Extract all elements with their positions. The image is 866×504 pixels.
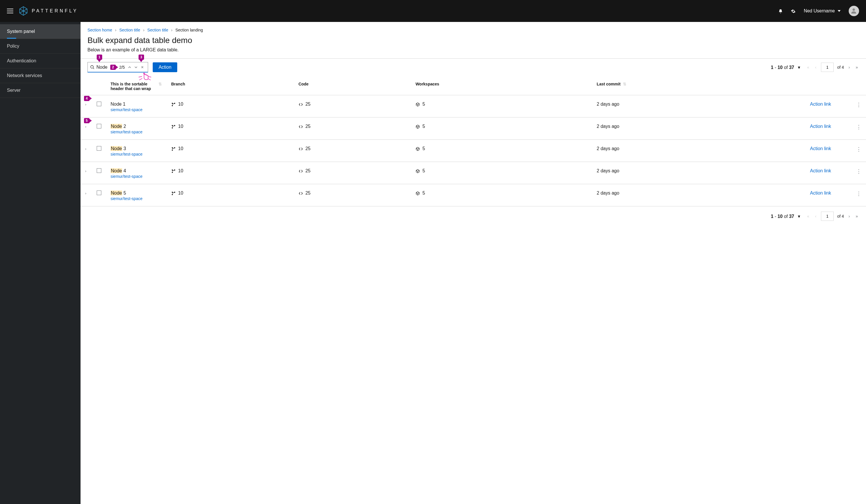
app-header: PATTERNFLY Ned Username bbox=[0, 0, 866, 22]
workspaces-value: 5 bbox=[422, 124, 425, 129]
first-page-button[interactable]: « bbox=[806, 64, 811, 71]
chevron-right-icon: › bbox=[115, 28, 116, 32]
page-description: Below is an example of a LARGE data tabl… bbox=[80, 47, 866, 58]
sidebar-item-policy[interactable]: Policy bbox=[0, 39, 80, 54]
brand-logo[interactable]: PATTERNFLY bbox=[19, 6, 78, 16]
prev-page-button[interactable]: ‹ bbox=[814, 213, 818, 220]
kebab-menu-icon[interactable]: ⋮ bbox=[856, 146, 862, 152]
row-action-link[interactable]: Action link bbox=[810, 102, 831, 107]
row-checkbox[interactable] bbox=[97, 102, 101, 106]
footer-pagination: 1 - 10 of 37 ▾ « ‹ of 4 › » bbox=[80, 206, 866, 226]
next-page-button[interactable]: › bbox=[847, 64, 851, 71]
branch-value: 10 bbox=[178, 168, 183, 173]
col-name-header[interactable]: This is the sortable header that can wra… bbox=[111, 82, 156, 91]
expand-row-button[interactable]: › bbox=[85, 125, 86, 129]
sidebar-item-network-services[interactable]: Network services bbox=[0, 68, 80, 83]
row-checkbox[interactable] bbox=[97, 168, 101, 173]
col-workspaces-header[interactable]: Workspaces bbox=[411, 78, 592, 95]
last-commit-value: 2 days ago bbox=[592, 140, 806, 162]
search-prev-button[interactable] bbox=[126, 64, 133, 70]
row-sublink[interactable]: siemur/test-space bbox=[111, 196, 162, 201]
table-row: › 4 Node 1siemur/test-space 10 25 5 2 da… bbox=[80, 95, 866, 117]
code-value: 25 bbox=[306, 168, 311, 173]
row-action-link[interactable]: Action link bbox=[810, 168, 831, 173]
expand-row-button[interactable]: › bbox=[85, 102, 86, 107]
col-last-commit-header[interactable]: Last commit bbox=[597, 82, 620, 86]
user-name: Ned Username bbox=[804, 8, 835, 13]
next-page-button[interactable]: › bbox=[847, 213, 851, 220]
search-clear-button[interactable]: ✕ bbox=[139, 64, 145, 70]
sort-icon[interactable]: ⇅ bbox=[158, 82, 162, 86]
cube-icon bbox=[415, 169, 420, 173]
annotation-3: 3 bbox=[138, 55, 144, 60]
prev-page-button[interactable]: ‹ bbox=[814, 64, 818, 71]
row-name: Node 2 bbox=[111, 124, 162, 129]
breadcrumb-current: Section landing bbox=[175, 28, 203, 32]
row-sublink[interactable]: siemur/test-space bbox=[111, 130, 162, 134]
row-checkbox[interactable] bbox=[97, 191, 101, 195]
search-input[interactable]: Node 2 2/5 ✕ bbox=[88, 62, 148, 72]
logo-mark-icon bbox=[19, 6, 28, 16]
hamburger-menu-icon[interactable] bbox=[7, 9, 13, 13]
row-action-link[interactable]: Action link bbox=[810, 146, 831, 151]
last-page-button[interactable]: » bbox=[854, 213, 859, 220]
branch-value: 10 bbox=[178, 124, 183, 129]
kebab-menu-icon[interactable]: ⋮ bbox=[856, 191, 862, 197]
annotation-2: 2 bbox=[110, 65, 116, 70]
sidebar-item-authentication[interactable]: Authentication bbox=[0, 54, 80, 68]
pagination-nav: « ‹ of 4 › » bbox=[806, 63, 859, 72]
sidebar-item-system-panel[interactable]: System panel bbox=[0, 24, 80, 39]
last-commit-value: 2 days ago bbox=[592, 95, 806, 117]
row-name: Node 1 bbox=[111, 102, 162, 107]
gear-icon[interactable] bbox=[791, 8, 796, 14]
page-total: of 4 bbox=[837, 65, 844, 69]
row-name: Node 5 bbox=[111, 191, 162, 196]
expand-row-button[interactable]: › bbox=[85, 147, 86, 151]
kebab-menu-icon[interactable]: ⋮ bbox=[856, 169, 862, 174]
user-menu[interactable]: Ned Username bbox=[804, 8, 841, 13]
kebab-menu-icon[interactable]: ⋮ bbox=[856, 102, 862, 108]
sort-icon[interactable]: ⇅ bbox=[623, 82, 626, 86]
row-action-link[interactable]: Action link bbox=[810, 124, 831, 129]
branch-value: 10 bbox=[178, 146, 183, 151]
pagination-range[interactable]: 1 - 10 of 37 ▾ bbox=[771, 214, 800, 219]
workspaces-value: 5 bbox=[422, 102, 425, 107]
action-button[interactable]: Action bbox=[153, 62, 177, 72]
workspaces-value: 5 bbox=[422, 191, 425, 195]
row-action-link[interactable]: Action link bbox=[810, 191, 831, 195]
svg-line-0 bbox=[139, 77, 142, 77]
branch-value: 10 bbox=[178, 191, 183, 195]
breadcrumb: Section home › Section title › Section t… bbox=[80, 22, 866, 35]
page-input[interactable] bbox=[821, 212, 834, 221]
row-checkbox[interactable] bbox=[97, 124, 101, 128]
branch-icon bbox=[171, 124, 176, 129]
col-branch-header[interactable]: Branch bbox=[167, 78, 294, 95]
bell-icon[interactable] bbox=[778, 8, 783, 14]
pagination-range[interactable]: 1 - 10 of 37 ▾ bbox=[771, 65, 800, 70]
table-row: › 5 Node 2siemur/test-space 10 25 5 2 da… bbox=[80, 117, 866, 140]
avatar[interactable] bbox=[849, 6, 859, 16]
chevron-down-icon bbox=[838, 10, 841, 12]
breadcrumb-link[interactable]: Section title bbox=[119, 28, 140, 32]
chevron-down-icon: ▾ bbox=[798, 65, 800, 70]
main-content: Section home › Section title › Section t… bbox=[80, 22, 866, 504]
row-checkbox[interactable] bbox=[97, 146, 101, 151]
row-sublink[interactable]: siemur/test-space bbox=[111, 174, 162, 179]
last-page-button[interactable]: » bbox=[854, 64, 859, 71]
row-sublink[interactable]: siemur/test-space bbox=[111, 152, 162, 156]
row-sublink[interactable]: siemur/test-space bbox=[111, 108, 162, 112]
expand-row-button[interactable]: › bbox=[85, 191, 86, 195]
sidebar-item-server[interactable]: Server bbox=[0, 83, 80, 98]
search-next-button[interactable] bbox=[133, 64, 139, 70]
breadcrumb-link[interactable]: Section title bbox=[147, 28, 168, 32]
page-input[interactable] bbox=[821, 63, 834, 72]
page-total: of 4 bbox=[837, 214, 844, 219]
page-title: Bulk expand data table demo bbox=[80, 35, 866, 47]
col-code-header[interactable]: Code bbox=[294, 78, 411, 95]
branch-icon bbox=[171, 169, 176, 173]
breadcrumb-link[interactable]: Section home bbox=[88, 28, 112, 32]
expand-row-button[interactable]: › bbox=[85, 169, 86, 173]
first-page-button[interactable]: « bbox=[806, 213, 811, 220]
branch-icon bbox=[171, 191, 176, 196]
kebab-menu-icon[interactable]: ⋮ bbox=[856, 124, 862, 130]
